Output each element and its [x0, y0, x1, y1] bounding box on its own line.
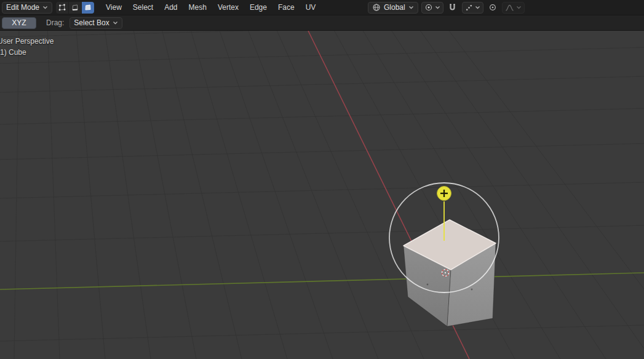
chevron-down-icon [435, 6, 440, 9]
face-select-icon [84, 3, 92, 12]
menu-add[interactable]: Add [159, 0, 183, 15]
menu-uv[interactable]: UV [300, 0, 322, 15]
vertex-select-button[interactable] [56, 2, 68, 14]
magnet-icon [448, 3, 457, 12]
xyz-axis-button[interactable]: XYZ [2, 17, 36, 29]
chevron-down-icon [516, 6, 522, 9]
vertex-select-icon [58, 3, 66, 12]
header-transform-controls: Global [368, 1, 525, 14]
transform-orientation-dropdown[interactable]: Global [368, 2, 418, 14]
pivot-point-icon [424, 3, 433, 12]
face-select-button[interactable] [82, 2, 94, 14]
edge-select-icon [71, 3, 79, 12]
viewport-scene [0, 31, 644, 359]
mode-select-label: Edit Mode [6, 3, 39, 12]
proportional-editing-icon [488, 3, 497, 12]
face-center-dot [427, 284, 429, 286]
falloff-curve-icon [505, 4, 514, 12]
viewport-grid [0, 31, 644, 359]
chevron-down-icon [42, 6, 48, 9]
proportional-falloff-dropdown[interactable] [502, 2, 525, 14]
snap-target-dropdown[interactable] [462, 2, 483, 14]
snap-toggle-button[interactable] [447, 1, 459, 14]
chevron-down-icon [113, 21, 118, 25]
active-tool-dropdown[interactable]: Select Box [70, 17, 122, 29]
menu-vertex[interactable]: Vertex [212, 0, 244, 15]
select-mode-buttons [56, 2, 94, 14]
edge-select-button[interactable] [69, 2, 81, 14]
active-tool-label: Select Box [74, 18, 109, 27]
chevron-down-icon [475, 6, 480, 9]
menu-face[interactable]: Face [272, 0, 300, 15]
proportional-editing-toggle[interactable] [487, 1, 499, 14]
tool-settings-bar: XYZ Drag: Select Box [0, 15, 644, 31]
menu-edge[interactable]: Edge [244, 0, 272, 15]
orientation-global-icon [372, 3, 381, 12]
header-menubar: View Select Add Mesh Vertex Edge Face UV [100, 0, 321, 15]
drag-label: Drag: [46, 18, 64, 27]
menu-mesh[interactable]: Mesh [183, 0, 212, 15]
chevron-down-icon [408, 6, 414, 9]
mode-select-dropdown[interactable]: Edit Mode [2, 2, 52, 14]
transform-orientation-label: Global [384, 3, 405, 12]
menu-view[interactable]: View [100, 0, 127, 15]
snap-increment-icon [465, 4, 473, 12]
viewport-header: Edit Mode [0, 0, 644, 15]
pivot-point-dropdown[interactable] [421, 2, 443, 14]
viewport-3d[interactable]: User Perspective (1) Cube [0, 31, 644, 359]
menu-select[interactable]: Select [127, 0, 159, 15]
face-center-dot [471, 289, 473, 291]
cube-mesh[interactable] [403, 220, 496, 326]
